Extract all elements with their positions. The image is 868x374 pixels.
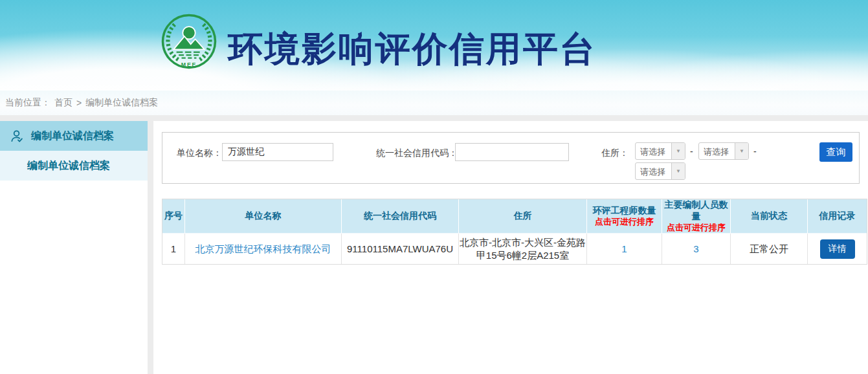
column-header-credit-record: 信用记录 bbox=[808, 199, 867, 234]
column-header-engineer-count-sortable[interactable]: 环评工程师数量 点击可进行排序 bbox=[587, 199, 662, 234]
city-select-value: 请选择 bbox=[699, 143, 735, 159]
chevron-down-icon[interactable]: ▼ bbox=[735, 143, 748, 159]
district-select[interactable]: 请选择 ▼ bbox=[635, 162, 685, 180]
table-row: 1 北京万源世纪环保科技有限公司 91110115MA7LWUA76U 北京市-… bbox=[162, 234, 867, 264]
cell-staff-count: 3 bbox=[662, 234, 731, 264]
credit-code-input[interactable] bbox=[455, 143, 569, 161]
cell-index: 1 bbox=[162, 234, 185, 264]
province-select[interactable]: 请选择 ▼ bbox=[635, 142, 685, 160]
column-header-index: 序号 bbox=[162, 199, 185, 234]
cell-status: 正常公开 bbox=[731, 234, 808, 264]
sort-hint: 点击可进行排序 bbox=[662, 223, 730, 233]
sidebar-item-label: 编制单位诚信档案 bbox=[31, 129, 114, 143]
chevron-down-icon[interactable]: ▼ bbox=[671, 163, 685, 179]
breadcrumb-current: 编制单位诚信档案 bbox=[85, 97, 158, 109]
main-panel: 单位名称： 统一社会信用代码： 住所： 请选择 ▼ - 请选择 ▼ - 请选择 … bbox=[153, 121, 868, 374]
column-header-credit-code: 统一社会信用代码 bbox=[342, 199, 459, 234]
cell-address: 北京市-北京市-大兴区-金苑路甲15号6幢2层A215室 bbox=[459, 234, 587, 264]
breadcrumb: 当前位置： 首页 > 编制单位诚信档案 bbox=[0, 91, 868, 115]
cell-unit-name: 北京万源世纪环保科技有限公司 bbox=[185, 234, 342, 264]
dash-separator: - bbox=[690, 146, 693, 157]
results-table: 序号 单位名称 统一社会信用代码 住所 环评工程师数量 点击可进行排序 主要编制… bbox=[162, 199, 867, 265]
column-header-staff-count-sortable[interactable]: 主要编制人员数量 点击可进行排序 bbox=[662, 199, 731, 234]
sidebar-subitem-label: 编制单位诚信档案 bbox=[27, 159, 110, 173]
user-check-icon bbox=[10, 129, 25, 144]
query-button[interactable]: 查询 bbox=[819, 142, 852, 162]
breadcrumb-label: 当前位置： bbox=[5, 97, 50, 109]
breadcrumb-home-link[interactable]: 首页 bbox=[54, 97, 72, 109]
engineer-count-link[interactable]: 1 bbox=[621, 243, 627, 254]
dash-separator: - bbox=[753, 146, 757, 157]
chevron-down-icon[interactable]: ▼ bbox=[671, 143, 685, 159]
table-header-row: 序号 单位名称 统一社会信用代码 住所 环评工程师数量 点击可进行排序 主要编制… bbox=[162, 199, 867, 234]
column-header-unit-name: 单位名称 bbox=[185, 199, 342, 234]
company-name-link[interactable]: 北京万源世纪环保科技有限公司 bbox=[195, 243, 331, 254]
sidebar-item-unit-credit-archive[interactable]: 编制单位诚信档案 bbox=[0, 121, 148, 151]
divider-strip bbox=[0, 115, 868, 121]
breadcrumb-separator: > bbox=[76, 98, 82, 108]
search-panel: 单位名称： 统一社会信用代码： 住所： 请选择 ▼ - 请选择 ▼ - 请选择 … bbox=[162, 132, 860, 184]
mee-logo-icon: MEE bbox=[161, 13, 217, 70]
cell-action: 详情 bbox=[808, 234, 867, 264]
site-header: MEE 环境影响评价信用平台 bbox=[0, 0, 868, 91]
address-label: 住所： bbox=[601, 148, 629, 159]
mee-logo-caption: MEE bbox=[181, 61, 197, 68]
credit-code-label: 统一社会信用代码： bbox=[376, 148, 458, 159]
sidebar-subitem-unit-credit-archive[interactable]: 编制单位诚信档案 bbox=[0, 151, 148, 181]
column-header-status: 当前状态 bbox=[731, 199, 808, 234]
unit-name-label: 单位名称： bbox=[177, 148, 222, 159]
province-select-value: 请选择 bbox=[636, 143, 671, 159]
district-select-value: 请选择 bbox=[636, 163, 671, 179]
sort-hint: 点击可进行排序 bbox=[587, 217, 662, 227]
page: MEE 环境影响评价信用平台 当前位置： 首页 > 编制单位诚信档案 编制单位诚… bbox=[0, 0, 868, 374]
city-select[interactable]: 请选择 ▼ bbox=[698, 142, 749, 160]
site-title: 环境影响评价信用平台 bbox=[228, 26, 597, 73]
sidebar: 编制单位诚信档案 编制单位诚信档案 bbox=[0, 121, 148, 374]
unit-name-input[interactable] bbox=[222, 143, 333, 161]
staff-count-link[interactable]: 3 bbox=[693, 243, 698, 254]
column-header-address: 住所 bbox=[459, 199, 587, 234]
cell-credit-code: 91110115MA7LWUA76U bbox=[342, 234, 459, 264]
cell-engineer-count: 1 bbox=[587, 234, 662, 264]
content-area: 编制单位诚信档案 编制单位诚信档案 单位名称： 统一社会信用代码： 住所： 请选… bbox=[0, 121, 868, 374]
detail-button[interactable]: 详情 bbox=[820, 239, 855, 259]
